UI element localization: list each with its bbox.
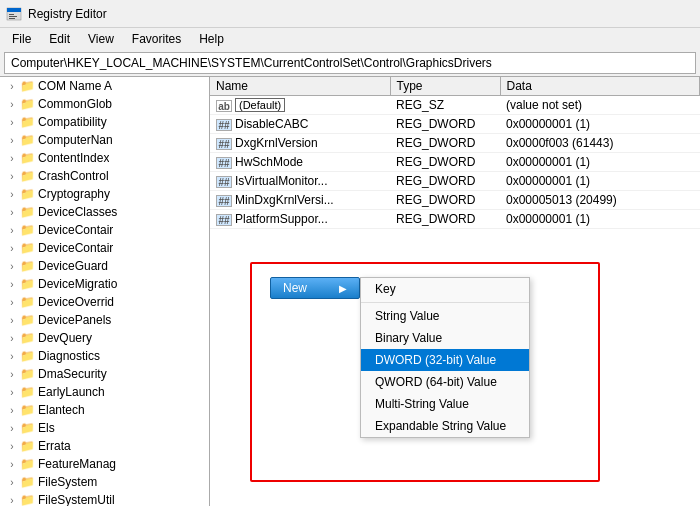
tree-item[interactable]: ›📁Diagnostics [0, 347, 209, 365]
main-content: ›📁COM Name A›📁CommonGlob›📁Compatibility›… [0, 76, 700, 506]
reg-name-cell: ##IsVirtualMonitor... [210, 172, 390, 191]
reg-data-cell: 0x00000001 (1) [500, 210, 700, 229]
tree-expand-icon: › [4, 99, 20, 110]
folder-icon: 📁 [20, 205, 35, 219]
reg-data-cell: (value not set) [500, 96, 700, 115]
folder-icon: 📁 [20, 457, 35, 471]
tree-expand-icon: › [4, 441, 20, 452]
folder-icon: 📁 [20, 169, 35, 183]
reg-type-cell: REG_DWORD [390, 134, 500, 153]
reg-name-cell: ##DisableCABC [210, 115, 390, 134]
tree-item[interactable]: ›📁CrashControl [0, 167, 209, 185]
tree-item[interactable]: ›📁Els [0, 419, 209, 437]
default-value-label: (Default) [235, 98, 285, 112]
tree-item[interactable]: ›📁Errata [0, 437, 209, 455]
folder-icon: 📁 [20, 385, 35, 399]
reg-value-icon: ab [216, 100, 232, 112]
tree-item-label: DevicePanels [38, 313, 111, 327]
submenu-item[interactable]: Binary Value [361, 327, 529, 349]
folder-icon: 📁 [20, 475, 35, 489]
tree-item-label: Diagnostics [38, 349, 100, 363]
menu-bar: File Edit View Favorites Help [0, 28, 700, 50]
tree-expand-icon: › [4, 117, 20, 128]
reg-value-icon: ## [216, 176, 232, 188]
menu-file[interactable]: File [4, 30, 39, 48]
tree-expand-icon: › [4, 351, 20, 362]
tree-item[interactable]: ›📁ComputerNan [0, 131, 209, 149]
new-button[interactable]: New ▶ [270, 277, 360, 299]
tree-item[interactable]: ›📁FileSystem [0, 473, 209, 491]
tree-item-label: Errata [38, 439, 71, 453]
table-row[interactable]: ##HwSchModeREG_DWORD0x00000001 (1) [210, 153, 700, 172]
tree-expand-icon: › [4, 459, 20, 470]
col-name: Name [210, 77, 390, 96]
submenu-item[interactable]: Multi-String Value [361, 393, 529, 415]
menu-favorites[interactable]: Favorites [124, 30, 189, 48]
tree-item-label: DeviceOverrid [38, 295, 114, 309]
tree-item[interactable]: ›📁DeviceClasses [0, 203, 209, 221]
reg-data-cell: 0x00000001 (1) [500, 115, 700, 134]
folder-icon: 📁 [20, 97, 35, 111]
tree-item[interactable]: ›📁DeviceGuard [0, 257, 209, 275]
tree-item[interactable]: ›📁DeviceContair [0, 221, 209, 239]
folder-icon: 📁 [20, 439, 35, 453]
tree-expand-icon: › [4, 243, 20, 254]
reg-type-cell: REG_DWORD [390, 115, 500, 134]
tree-item-label: DevQuery [38, 331, 92, 345]
menu-edit[interactable]: Edit [41, 30, 78, 48]
submenu-item[interactable]: Expandable String Value [361, 415, 529, 437]
reg-value-icon: ## [216, 157, 232, 169]
tree-panel[interactable]: ›📁COM Name A›📁CommonGlob›📁Compatibility›… [0, 77, 210, 506]
folder-icon: 📁 [20, 79, 35, 93]
tree-item-label: COM Name A [38, 79, 112, 93]
tree-item[interactable]: ›📁FeatureManag [0, 455, 209, 473]
tree-item[interactable]: ›📁DeviceMigratio [0, 275, 209, 293]
menu-view[interactable]: View [80, 30, 122, 48]
submenu-item[interactable]: String Value [361, 305, 529, 327]
tree-item[interactable]: ›📁Cryptography [0, 185, 209, 203]
reg-name-cell: ##MinDxgKrnlVersi... [210, 191, 390, 210]
col-data: Data [500, 77, 700, 96]
table-row[interactable]: ##DxgKrnlVersionREG_DWORD0x0000f003 (614… [210, 134, 700, 153]
tree-item[interactable]: ›📁EarlyLaunch [0, 383, 209, 401]
tree-item[interactable]: ›📁CommonGlob [0, 95, 209, 113]
tree-item[interactable]: ›📁DevicePanels [0, 311, 209, 329]
tree-item-label: DeviceClasses [38, 205, 117, 219]
right-panel[interactable]: Name Type Data ab(Default)REG_SZ(value n… [210, 77, 700, 506]
reg-value-icon: ## [216, 138, 232, 150]
tree-item-label: DeviceMigratio [38, 277, 117, 291]
reg-type-cell: REG_DWORD [390, 172, 500, 191]
new-button-arrow: ▶ [339, 283, 347, 294]
tree-item[interactable]: ›📁FileSystemUtil [0, 491, 209, 506]
menu-help[interactable]: Help [191, 30, 232, 48]
tree-item[interactable]: ›📁DmaSecurity [0, 365, 209, 383]
new-submenu[interactable]: KeyString ValueBinary ValueDWORD (32-bit… [360, 277, 530, 438]
tree-item[interactable]: ›📁Elantech [0, 401, 209, 419]
col-type: Type [390, 77, 500, 96]
tree-item[interactable]: ›📁COM Name A [0, 77, 209, 95]
tree-item-label: ComputerNan [38, 133, 113, 147]
tree-item-label: FileSystem [38, 475, 97, 489]
tree-item-label: Compatibility [38, 115, 107, 129]
context-menu[interactable]: New ▶ KeyString ValueBinary ValueDWORD (… [270, 277, 360, 299]
submenu-divider [361, 302, 529, 303]
table-row[interactable]: ab(Default)REG_SZ(value not set) [210, 96, 700, 115]
submenu-item[interactable]: QWORD (64-bit) Value [361, 371, 529, 393]
tree-item-label: ContentIndex [38, 151, 109, 165]
tree-item[interactable]: ›📁Compatibility [0, 113, 209, 131]
tree-item[interactable]: ›📁DeviceContair [0, 239, 209, 257]
tree-item[interactable]: ›📁DevQuery [0, 329, 209, 347]
tree-item[interactable]: ›📁ContentIndex [0, 149, 209, 167]
folder-icon: 📁 [20, 403, 35, 417]
table-row[interactable]: ##MinDxgKrnlVersi...REG_DWORD0x00005013 … [210, 191, 700, 210]
table-row[interactable]: ##IsVirtualMonitor...REG_DWORD0x00000001… [210, 172, 700, 191]
submenu-item[interactable]: DWORD (32-bit) Value [361, 349, 529, 371]
tree-item[interactable]: ›📁DeviceOverrid [0, 293, 209, 311]
tree-expand-icon: › [4, 495, 20, 506]
address-path: Computer\HKEY_LOCAL_MACHINE\SYSTEM\Curre… [11, 56, 492, 70]
reg-name-cell: ##DxgKrnlVersion [210, 134, 390, 153]
table-row[interactable]: ##PlatformSuppor...REG_DWORD0x00000001 (… [210, 210, 700, 229]
submenu-item[interactable]: Key [361, 278, 529, 300]
reg-name-cell: ##PlatformSuppor... [210, 210, 390, 229]
table-row[interactable]: ##DisableCABCREG_DWORD0x00000001 (1) [210, 115, 700, 134]
